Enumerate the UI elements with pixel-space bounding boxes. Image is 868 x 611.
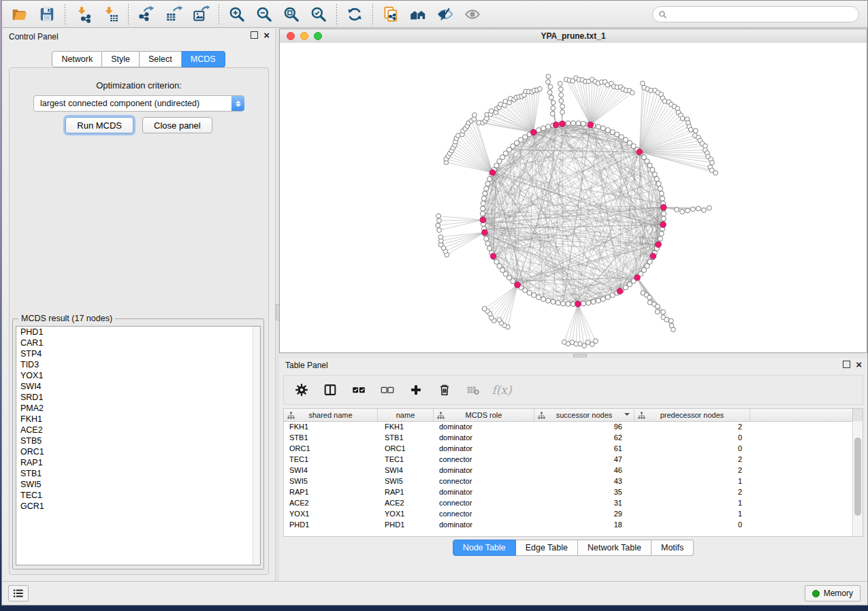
network-node[interactable] [438,235,443,240]
list-item[interactable]: PHD1 [16,327,260,337]
network-node[interactable] [559,99,564,103]
network-node[interactable] [566,121,570,126]
network-node[interactable] [558,87,563,92]
mcds-node[interactable] [660,222,666,228]
network-node[interactable] [664,317,669,322]
network-node[interactable] [581,121,585,126]
hide-selected-button[interactable] [432,3,459,26]
toggle-panel-button[interactable] [321,380,340,400]
network-node[interactable] [640,81,645,86]
show-all-button[interactable] [459,3,486,26]
column-header-predecessor-nodes[interactable]: predecessor nodes [634,409,750,421]
mcds-node[interactable] [490,253,496,259]
network-node[interactable] [660,196,665,201]
column-header-mcds-role[interactable]: MCDS role [434,409,534,421]
network-node[interactable] [713,171,718,176]
panel-menu-button[interactable] [8,585,29,601]
network-node[interactable] [570,120,575,125]
network-node[interactable] [647,163,652,168]
network-node[interactable] [710,161,715,165]
network-node[interactable] [494,259,499,264]
network-node[interactable] [658,186,662,191]
network-node[interactable] [586,301,591,306]
list-item[interactable]: TEC1 [16,490,260,501]
network-node[interactable] [481,206,485,211]
delete-row-button[interactable] [435,380,454,400]
network-node[interactable] [576,121,581,126]
network-node[interactable] [541,126,545,131]
network-node[interactable] [630,90,634,95]
network-node[interactable] [600,297,605,301]
network-node[interactable] [600,126,605,131]
result-list-scrollbar[interactable] [253,327,260,565]
column-header-successor-nodes[interactable]: successor nodes [534,409,634,421]
list-item[interactable]: SWI5 [16,479,260,490]
network-node[interactable] [659,191,664,196]
open-session-button[interactable] [6,3,33,26]
list-item[interactable]: ACE2 [16,425,260,435]
network-node[interactable] [702,208,707,213]
network-node[interactable] [674,208,679,212]
network-node[interactable] [655,304,660,309]
mcds-node[interactable] [617,288,623,295]
network-node[interactable] [656,181,661,186]
network-node[interactable] [487,246,492,250]
close-panel-button[interactable]: Close panel [142,117,212,133]
network-node[interactable] [596,125,600,129]
network-node[interactable] [561,301,566,306]
save-session-button[interactable] [33,3,61,26]
zoom-fit-button[interactable] [278,3,305,26]
network-node[interactable] [480,211,485,216]
zoom-selected-button[interactable] [305,3,332,26]
mcds-node[interactable] [634,275,641,281]
tab-select[interactable]: Select [140,51,182,67]
network-node[interactable] [610,293,615,297]
close-panel-icon[interactable]: × [263,32,270,38]
horizontal-splitter[interactable] [279,353,867,358]
network-node[interactable] [436,214,441,218]
export-network-button[interactable] [133,3,160,26]
select-all-button[interactable] [349,380,368,400]
memory-button[interactable]: Memory [805,585,861,601]
list-item[interactable]: GCR1 [16,501,260,512]
network-node[interactable] [610,130,615,135]
network-node[interactable] [596,298,600,303]
network-node[interactable] [497,318,502,323]
network-node[interactable] [548,84,553,89]
new-network-from-selection-button[interactable] [377,3,404,26]
list-item[interactable]: ORC1 [16,446,260,457]
zoom-in-button[interactable] [223,3,251,26]
network-node[interactable] [541,297,545,301]
column-header-shared-name[interactable]: shared name [284,409,378,421]
network-node[interactable] [489,109,494,114]
network-node[interactable] [671,327,675,332]
list-item[interactable]: STB1 [16,468,260,479]
network-node[interactable] [547,90,552,95]
network-graph[interactable] [280,43,868,352]
network-node[interactable] [437,218,442,223]
refresh-button[interactable] [341,3,368,26]
mcds-node[interactable] [637,149,643,155]
table-row[interactable]: ORC1ORC1dominator610 [284,443,853,454]
mcds-node[interactable] [515,282,521,288]
close-panel-icon[interactable]: × [856,361,862,367]
network-node[interactable] [536,295,541,299]
network-node[interactable] [652,172,657,177]
network-node[interactable] [550,112,555,116]
network-node[interactable] [481,201,485,206]
mcds-node[interactable] [660,204,666,210]
network-node[interactable] [696,206,701,211]
network-node[interactable] [549,95,553,100]
network-node[interactable] [707,205,711,210]
network-node[interactable] [560,104,565,109]
network-node[interactable] [560,110,565,114]
deselect-all-button[interactable] [378,380,397,400]
list-item[interactable]: YOX1 [16,370,260,381]
network-node[interactable] [546,80,551,84]
network-node[interactable] [546,74,551,79]
tab-edge-table[interactable]: Edge Table [516,540,578,556]
mcds-node[interactable] [482,229,488,235]
network-node[interactable] [538,86,543,91]
network-node[interactable] [605,128,610,133]
first-neighbors-button[interactable] [404,3,432,26]
